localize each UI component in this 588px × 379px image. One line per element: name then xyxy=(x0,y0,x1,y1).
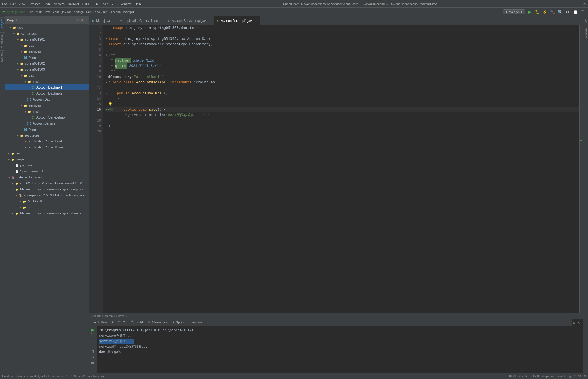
scroll-icon[interactable]: ↓ xyxy=(92,344,94,348)
wrap-icon[interactable]: ⇲ xyxy=(91,355,95,359)
code-editor[interactable]: package com.jinyuxin.spring051303.dao.im… xyxy=(103,25,579,313)
clear-icon[interactable]: 🗑 xyxy=(91,349,95,354)
todo-tab[interactable]: 6: TODO xyxy=(110,319,127,326)
bc-com[interactable]: com xyxy=(53,10,59,14)
filter-icon[interactable]: ☰ xyxy=(91,360,95,365)
close-button[interactable]: ✕ xyxy=(583,2,586,6)
tree-main1[interactable]: M Main xyxy=(5,54,89,60)
tree-maven-spring-aop[interactable]: ▾ 📁 Maven: org.springframework:spring-ao… xyxy=(5,186,89,192)
tree-services1-folder[interactable]: ▸ 📁 services xyxy=(5,48,89,54)
app-menu[interactable]: File Edit View Navigate Code Analyze Ref… xyxy=(2,2,141,5)
encoding[interactable]: UTF-8 xyxy=(530,375,539,378)
line-ending[interactable]: CRLF xyxy=(519,375,527,378)
tree-meta-inf[interactable]: ▸ 📁 META-INF xyxy=(5,198,89,204)
tree-account-service-impl[interactable]: C AccountServiceImpl xyxy=(5,114,89,120)
menu-navigate[interactable]: Navigate xyxy=(28,2,40,5)
window-controls[interactable]: ─ □ ✕ xyxy=(574,2,586,6)
menu-run[interactable]: Run xyxy=(92,2,98,5)
tree-impl-folder[interactable]: ▾ 📁 impl xyxy=(5,78,89,84)
search-button[interactable]: 🔍 xyxy=(557,9,563,15)
tree-account-dao-impl2[interactable]: C AccountDaoImpl2 xyxy=(5,90,89,96)
tree-services-impl-folder[interactable]: ▾ 📁 impl xyxy=(5,108,89,114)
tree-com-folder[interactable]: ▾ 📁 com.jinyuxin xyxy=(5,31,89,37)
tree-external-libraries[interactable]: ▾ 📚 External Libraries xyxy=(5,174,89,180)
tree-pom-xml[interactable]: 📄 pom.xml xyxy=(5,162,89,168)
coverage-button[interactable]: ⚡ xyxy=(542,9,548,15)
tree-maven-spring-beans[interactable]: ▸ 📁 Maven: org.springframework:spring-be… xyxy=(5,210,89,216)
close-main-java-icon[interactable]: ✕ xyxy=(112,19,114,22)
tab-account-service-impl[interactable]: C AccountServiceImpl.java ✕ xyxy=(165,16,214,25)
menu-edit[interactable]: Edit xyxy=(10,2,16,5)
close-service-impl-icon[interactable]: ✕ xyxy=(209,19,211,22)
bc-dao[interactable]: dao xyxy=(95,10,100,14)
tree-spring051303-folder[interactable]: ▾ 📁 spring051303 xyxy=(5,66,89,72)
run-configuration[interactable]: ▶ Main (2) ▾ xyxy=(503,9,525,14)
tree-dao1-folder[interactable]: ▸ 📁 dao xyxy=(5,43,89,48)
menu-tools[interactable]: Tools xyxy=(101,2,108,5)
tab-account-dao-impl1[interactable]: C AccountDaoImpl1.java ✕ xyxy=(214,16,260,25)
menu-file[interactable]: File xyxy=(2,2,7,5)
bc-main[interactable]: main xyxy=(36,10,42,14)
bc-impl[interactable]: impl xyxy=(103,10,108,14)
tree-account-dao[interactable]: I AccountDao xyxy=(5,96,89,102)
lightbulb-icon[interactable]: 💡 xyxy=(108,101,112,107)
bc-java[interactable]: java xyxy=(45,10,51,14)
tree-services2-folder[interactable]: ▾ 📁 services xyxy=(5,102,89,108)
database-tab[interactable]: Database xyxy=(583,25,588,40)
spring-tab[interactable]: ✦ Spring xyxy=(170,319,188,326)
menu-view[interactable]: View xyxy=(19,2,25,5)
favorites-side-tab[interactable]: ✦ Favorites xyxy=(0,50,5,69)
bc-file[interactable]: AccountDaoImpl1 xyxy=(111,10,134,14)
tab-app-context1-xml[interactable]: ✦ applicationContext1.xml ✕ xyxy=(117,16,165,25)
tree-jdk18[interactable]: ▸ 📁 < JDK1.8 > D:\Program Files\Java\jdk… xyxy=(5,180,89,186)
close-bottom-icon[interactable]: ✕ xyxy=(577,320,580,325)
tree-main2[interactable]: M Main xyxy=(5,126,89,132)
structure-side-tab[interactable]: Z: Structure xyxy=(0,32,5,50)
tree-org-folder[interactable]: ▸ 📁 org xyxy=(5,204,89,210)
tree-resources-folder[interactable]: ▾ 📁 resources xyxy=(5,132,89,138)
settings-gear-icon[interactable]: ⚙ xyxy=(572,320,576,325)
tree-spring051301-folder[interactable]: ▾ 📁 spring051301 xyxy=(5,37,89,43)
maximize-button[interactable]: □ xyxy=(579,2,581,6)
build-project-button[interactable]: 🔨 xyxy=(549,9,555,15)
restart-icon[interactable]: ↑ xyxy=(92,338,94,343)
terminal-tab[interactable]: Terminal xyxy=(189,319,205,326)
tree-account-dao-impl1[interactable]: C AccountDaoImpl1 xyxy=(5,84,89,90)
menu-build[interactable]: Build xyxy=(82,2,89,5)
settings-button[interactable]: ⚙ xyxy=(565,9,571,15)
tree-spring051302-folder[interactable]: ▸ 📁 spring051302 xyxy=(5,60,89,66)
tree-spring-aop-jar[interactable]: ▾ 🗜 spring-aop-5.2.5.RELEASE.jar library… xyxy=(5,192,89,198)
tree-target-folder[interactable]: ▸ 📁 target xyxy=(5,156,89,162)
tab-main-java[interactable]: M Main.java ✕ xyxy=(89,16,117,25)
bc-spring051303[interactable]: spring051303 xyxy=(74,10,92,14)
gear-icon[interactable]: ⚙ xyxy=(76,18,79,22)
indentation[interactable]: 4 spaces xyxy=(542,375,554,378)
breadcrumb-method[interactable]: save() xyxy=(118,314,127,317)
bookmark-button[interactable]: ☰ xyxy=(580,9,586,15)
ant-tab[interactable]: Ant xyxy=(583,17,588,25)
git-button[interactable]: 📋 xyxy=(572,9,578,15)
close-panel-icon[interactable]: ✕ xyxy=(84,18,87,22)
breadcrumb-class[interactable]: AccountDaoImpl1 xyxy=(91,314,115,317)
run-button[interactable]: ▶ xyxy=(526,9,532,15)
event-log[interactable]: Event Log xyxy=(558,375,571,378)
bc-src[interactable]: src xyxy=(29,10,33,14)
expand-icon[interactable]: ⊞ xyxy=(80,18,83,22)
menu-window[interactable]: Window xyxy=(121,2,131,5)
menu-vcs[interactable]: VCS xyxy=(111,2,118,5)
minimize-button[interactable]: ─ xyxy=(574,2,577,6)
tree-java-folder[interactable]: ▾ 📁 java xyxy=(5,25,89,31)
tree-dao2-folder[interactable]: ▾ 📁 dao xyxy=(5,72,89,78)
build-tab[interactable]: 🔨 Build xyxy=(128,319,145,326)
run-tab[interactable]: ▶ 4: Run xyxy=(91,319,109,326)
stop-icon[interactable]: ⬛ xyxy=(91,333,95,337)
menu-analyze[interactable]: Analyze xyxy=(54,2,65,5)
bc-jinyuxin[interactable]: jinyuxin xyxy=(62,10,72,14)
tree-app-context-xml[interactable]: ✦ applicationContext.xml xyxy=(5,138,89,144)
tree-app-context1-xml[interactable]: ✦ applicationContext1.xml xyxy=(5,144,89,150)
close-dao-impl1-icon[interactable]: ✕ xyxy=(255,19,257,22)
tree-account-service[interactable]: I AccountService xyxy=(5,120,89,126)
close-app-context1-icon[interactable]: ✕ xyxy=(160,19,162,22)
tree-test-folder[interactable]: ▸ 📁 test xyxy=(5,150,89,156)
messages-tab[interactable]: 0: Messages xyxy=(146,319,169,326)
